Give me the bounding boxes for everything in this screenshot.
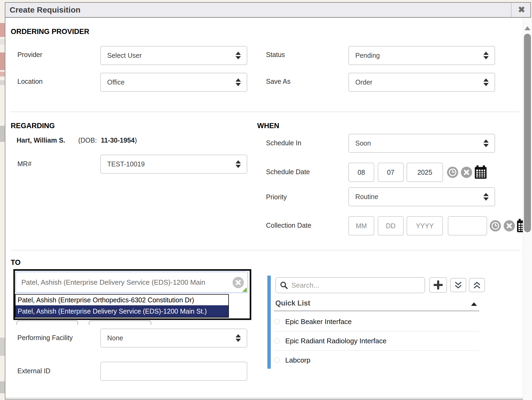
schedule-date-clear-button[interactable] [461,167,472,178]
provider-select-value: Select User [107,52,236,59]
performing-facility-label: Performing Facility [17,332,79,344]
patient-name: Hart, William S. [17,136,65,144]
schedule-in-select[interactable]: Soon [348,134,495,153]
select-arrows-icon [483,193,489,201]
status-label: Status [266,51,285,59]
quick-list-accent-bar [267,276,271,369]
schedule-date-label: Schedule Date [266,168,310,176]
collection-date-clear-button[interactable] [504,220,515,231]
collection-date-label: Collection Date [266,222,311,229]
collection-year-input[interactable] [407,216,443,235]
header-separator [511,3,511,17]
quick-list-underline [274,311,479,311]
clock-icon [490,220,501,231]
background-fragment [0,23,5,37]
select-arrows-icon [236,334,241,342]
priority-select[interactable]: Routine [348,187,495,206]
background-fragment [0,381,5,393]
select-arrows-icon [236,160,241,168]
mr-select-value: TEST-10019 [107,160,236,168]
suggestion-item-selected[interactable]: Patel, Ashish (Enterprise Delivery Servi… [16,305,228,317]
radio-circle-icon [274,338,280,344]
schedule-date-calendar-button[interactable] [474,165,487,180]
quick-list-collapse-icon[interactable] [471,302,477,306]
patient-summary: Hart, William S. (DOB: 11-30-1954) [17,136,137,144]
close-button[interactable]: ✖ [512,2,531,17]
recipient-search-input[interactable] [16,272,248,293]
when-heading: WHEN [257,122,279,130]
radio-circle-icon [274,357,280,363]
collection-month-input[interactable] [348,216,374,235]
location-select[interactable]: Office [100,73,247,92]
collection-date-calendar-button[interactable] [516,219,523,234]
clock-icon [447,167,458,178]
close-icon: ✖ [518,5,525,15]
to-heading: TO [11,258,21,267]
select-arrows-icon [236,52,241,59]
background-fragment [0,39,5,44]
search-icon [280,281,288,289]
schedule-year-input[interactable] [407,163,443,182]
collection-day-input[interactable] [378,216,404,235]
external-id-label: External ID [17,367,51,375]
mr-label: MR# [17,160,32,168]
collapse-all-button[interactable] [469,278,485,292]
scrollbar-thumb[interactable] [524,34,531,232]
schedule-time-button[interactable] [447,167,458,178]
save-as-select[interactable]: Order [348,73,495,92]
external-id-input[interactable] [100,362,247,381]
performing-facility-select[interactable]: None [100,329,247,348]
select-arrows-icon [483,52,489,59]
background-fragment [0,52,5,70]
background-fragment [0,126,5,142]
regarding-heading: REGARDING [11,122,55,130]
quick-list-item[interactable]: Epic Beaker Interface [274,312,479,331]
priority-select-value: Routine [355,193,483,201]
background-fragment [0,72,5,77]
calendar-icon [516,219,523,233]
save-as-select-value: Order [355,78,483,86]
performing-facility-select-value: None [107,334,236,342]
double-chevron-down-icon [454,281,463,290]
quick-list-item-label: Labcorp [285,356,310,364]
schedule-month-input[interactable] [348,163,374,182]
schedule-in-label: Schedule In [266,139,301,147]
clear-circle-icon [461,167,472,178]
hidden-button[interactable] [17,321,78,325]
select-arrows-icon [483,78,489,86]
collection-time-input[interactable] [448,216,487,235]
quick-list-item-label: Epic Radiant Radiology Interface [285,337,387,345]
background-page-sliver [0,0,5,400]
plus-icon [433,280,443,290]
search-input[interactable] [291,281,421,290]
quick-list-search-box[interactable] [275,277,425,293]
scrollbar-up-arrow[interactable] [525,26,530,30]
add-button[interactable] [429,277,447,293]
schedule-in-select-value: Soon [355,139,483,147]
schedule-day-input[interactable] [378,163,404,182]
quick-list-item[interactable]: Labcorp [274,351,479,369]
save-as-label: Save As [266,78,291,85]
priority-label: Priority [266,193,287,201]
hidden-button[interactable] [89,321,151,325]
collection-time-button[interactable] [490,220,501,231]
screen: Create Requisition ✖ ORDERING PROVIDER P… [0,0,532,400]
expand-all-button[interactable] [450,278,466,292]
quick-list-heading: Quick List [275,299,310,307]
status-select[interactable]: Pending [348,46,495,65]
modal-title: Create Requisition [10,5,80,14]
location-select-value: Office [107,78,236,86]
provider-select[interactable]: Select User [100,46,247,65]
select-arrows-icon [236,78,241,86]
recipient-suggestion-list: Patel, Ashish (Enterprise Orthopedics-63… [15,294,229,318]
suggestion-item[interactable]: Patel, Ashish (Enterprise Orthopedics-63… [16,295,228,305]
quick-list-item[interactable]: Epic Radiant Radiology Interface [274,332,479,350]
dob-suffix: ) [135,136,137,144]
dob-value: 11-30-1954 [101,136,135,144]
recipient-clear-button[interactable] [233,277,244,288]
mr-select[interactable]: TEST-10019 [100,155,247,174]
resize-handle-icon[interactable] [242,287,247,292]
select-arrows-icon [483,139,489,147]
double-chevron-up-icon [472,281,481,290]
radio-circle-icon [274,319,280,325]
